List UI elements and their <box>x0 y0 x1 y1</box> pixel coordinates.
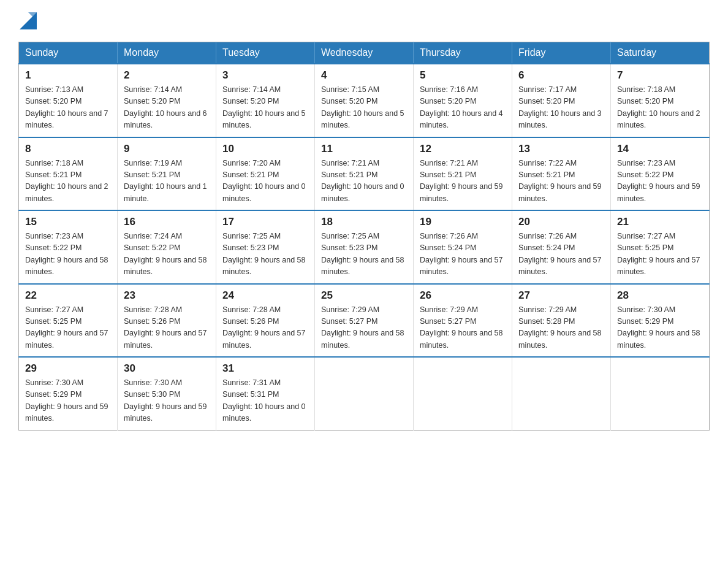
day-number: 12 <box>420 143 506 155</box>
day-info: Sunrise: 7:30 AMSunset: 5:29 PMDaylight:… <box>617 304 703 352</box>
day-info: Sunrise: 7:16 AMSunset: 5:20 PMDaylight:… <box>420 84 506 132</box>
calendar-cell: 10Sunrise: 7:20 AMSunset: 5:21 PMDayligh… <box>216 137 315 211</box>
day-number: 24 <box>222 289 308 302</box>
day-number: 29 <box>25 362 111 375</box>
week-row-2: 8Sunrise: 7:18 AMSunset: 5:21 PMDaylight… <box>19 137 710 211</box>
calendar-cell: 17Sunrise: 7:25 AMSunset: 5:23 PMDayligh… <box>216 210 315 284</box>
day-number: 4 <box>321 69 407 82</box>
day-number: 28 <box>617 289 703 302</box>
calendar-cell: 11Sunrise: 7:21 AMSunset: 5:21 PMDayligh… <box>315 137 414 211</box>
page-header <box>18 12 710 29</box>
calendar-cell: 4Sunrise: 7:15 AMSunset: 5:20 PMDaylight… <box>315 64 414 137</box>
calendar-table: SundayMondayTuesdayWednesdayThursdayFrid… <box>18 42 710 431</box>
day-info: Sunrise: 7:22 AMSunset: 5:21 PMDaylight:… <box>518 158 604 205</box>
calendar-cell: 31Sunrise: 7:31 AMSunset: 5:31 PMDayligh… <box>216 357 315 430</box>
day-info: Sunrise: 7:30 AMSunset: 5:29 PMDaylight:… <box>25 377 111 425</box>
week-row-3: 15Sunrise: 7:23 AMSunset: 5:22 PMDayligh… <box>19 210 710 284</box>
header-monday: Monday <box>118 42 216 64</box>
day-info: Sunrise: 7:25 AMSunset: 5:23 PMDaylight:… <box>321 231 407 278</box>
calendar-cell: 22Sunrise: 7:27 AMSunset: 5:25 PMDayligh… <box>19 284 118 358</box>
day-info: Sunrise: 7:26 AMSunset: 5:24 PMDaylight:… <box>420 231 506 278</box>
logo-icon <box>20 12 37 29</box>
day-info: Sunrise: 7:14 AMSunset: 5:20 PMDaylight:… <box>222 84 308 132</box>
day-info: Sunrise: 7:18 AMSunset: 5:21 PMDaylight:… <box>25 158 111 205</box>
header-sunday: Sunday <box>19 42 118 64</box>
day-number: 22 <box>25 289 111 302</box>
day-info: Sunrise: 7:18 AMSunset: 5:20 PMDaylight:… <box>617 84 703 132</box>
day-number: 13 <box>518 143 604 155</box>
header-tuesday: Tuesday <box>216 42 315 64</box>
day-info: Sunrise: 7:20 AMSunset: 5:21 PMDaylight:… <box>222 158 308 205</box>
day-number: 9 <box>124 143 210 155</box>
day-info: Sunrise: 7:21 AMSunset: 5:21 PMDaylight:… <box>321 158 407 205</box>
day-info: Sunrise: 7:25 AMSunset: 5:23 PMDaylight:… <box>222 231 308 278</box>
header-saturday: Saturday <box>611 42 710 64</box>
calendar-cell: 6Sunrise: 7:17 AMSunset: 5:20 PMDaylight… <box>512 64 611 137</box>
day-number: 19 <box>420 216 506 228</box>
day-info: Sunrise: 7:21 AMSunset: 5:21 PMDaylight:… <box>420 158 506 205</box>
calendar-cell: 1Sunrise: 7:13 AMSunset: 5:20 PMDaylight… <box>19 64 118 137</box>
week-row-4: 22Sunrise: 7:27 AMSunset: 5:25 PMDayligh… <box>19 284 710 358</box>
day-info: Sunrise: 7:23 AMSunset: 5:22 PMDaylight:… <box>25 231 111 278</box>
day-number: 21 <box>617 216 703 228</box>
calendar-cell: 30Sunrise: 7:30 AMSunset: 5:30 PMDayligh… <box>118 357 216 430</box>
week-row-5: 29Sunrise: 7:30 AMSunset: 5:29 PMDayligh… <box>19 357 710 430</box>
day-number: 14 <box>617 143 703 155</box>
calendar-cell: 28Sunrise: 7:30 AMSunset: 5:29 PMDayligh… <box>611 284 710 358</box>
calendar-cell: 19Sunrise: 7:26 AMSunset: 5:24 PMDayligh… <box>414 210 512 284</box>
calendar-cell: 7Sunrise: 7:18 AMSunset: 5:20 PMDaylight… <box>611 64 710 137</box>
calendar-cell <box>512 357 611 430</box>
day-number: 30 <box>124 362 210 375</box>
day-info: Sunrise: 7:26 AMSunset: 5:24 PMDaylight:… <box>518 231 604 278</box>
calendar-cell: 23Sunrise: 7:28 AMSunset: 5:26 PMDayligh… <box>118 284 216 358</box>
week-row-1: 1Sunrise: 7:13 AMSunset: 5:20 PMDaylight… <box>19 64 710 137</box>
header-thursday: Thursday <box>414 42 512 64</box>
calendar-cell: 12Sunrise: 7:21 AMSunset: 5:21 PMDayligh… <box>414 137 512 211</box>
calendar-cell: 26Sunrise: 7:29 AMSunset: 5:27 PMDayligh… <box>414 284 512 358</box>
logo <box>18 12 37 29</box>
day-number: 7 <box>617 69 703 82</box>
day-info: Sunrise: 7:29 AMSunset: 5:28 PMDaylight:… <box>518 304 604 352</box>
day-number: 10 <box>222 143 308 155</box>
day-info: Sunrise: 7:29 AMSunset: 5:27 PMDaylight:… <box>420 304 506 352</box>
day-number: 31 <box>222 362 308 375</box>
calendar-header-row: SundayMondayTuesdayWednesdayThursdayFrid… <box>19 42 710 64</box>
day-number: 1 <box>25 69 111 82</box>
day-number: 23 <box>124 289 210 302</box>
day-info: Sunrise: 7:23 AMSunset: 5:22 PMDaylight:… <box>617 158 703 205</box>
calendar-cell: 16Sunrise: 7:24 AMSunset: 5:22 PMDayligh… <box>118 210 216 284</box>
calendar-cell: 27Sunrise: 7:29 AMSunset: 5:28 PMDayligh… <box>512 284 611 358</box>
calendar-cell: 24Sunrise: 7:28 AMSunset: 5:26 PMDayligh… <box>216 284 315 358</box>
day-info: Sunrise: 7:13 AMSunset: 5:20 PMDaylight:… <box>25 84 111 132</box>
header-wednesday: Wednesday <box>315 42 414 64</box>
day-info: Sunrise: 7:30 AMSunset: 5:30 PMDaylight:… <box>124 377 210 425</box>
day-info: Sunrise: 7:28 AMSunset: 5:26 PMDaylight:… <box>222 304 308 352</box>
calendar-cell: 3Sunrise: 7:14 AMSunset: 5:20 PMDaylight… <box>216 64 315 137</box>
calendar-cell: 18Sunrise: 7:25 AMSunset: 5:23 PMDayligh… <box>315 210 414 284</box>
calendar-cell <box>315 357 414 430</box>
calendar-cell <box>414 357 512 430</box>
day-number: 2 <box>124 69 210 82</box>
day-number: 26 <box>420 289 506 302</box>
day-number: 20 <box>518 216 604 228</box>
calendar-cell: 14Sunrise: 7:23 AMSunset: 5:22 PMDayligh… <box>611 137 710 211</box>
calendar-cell: 29Sunrise: 7:30 AMSunset: 5:29 PMDayligh… <box>19 357 118 430</box>
day-number: 6 <box>518 69 604 82</box>
calendar-cell: 2Sunrise: 7:14 AMSunset: 5:20 PMDaylight… <box>118 64 216 137</box>
day-number: 25 <box>321 289 407 302</box>
calendar-cell: 9Sunrise: 7:19 AMSunset: 5:21 PMDaylight… <box>118 137 216 211</box>
day-info: Sunrise: 7:28 AMSunset: 5:26 PMDaylight:… <box>124 304 210 352</box>
day-number: 3 <box>222 69 308 82</box>
day-info: Sunrise: 7:15 AMSunset: 5:20 PMDaylight:… <box>321 84 407 132</box>
day-number: 17 <box>222 216 308 228</box>
day-info: Sunrise: 7:27 AMSunset: 5:25 PMDaylight:… <box>617 231 703 278</box>
day-number: 11 <box>321 143 407 155</box>
calendar-cell: 8Sunrise: 7:18 AMSunset: 5:21 PMDaylight… <box>19 137 118 211</box>
day-number: 15 <box>25 216 111 228</box>
day-info: Sunrise: 7:17 AMSunset: 5:20 PMDaylight:… <box>518 84 604 132</box>
day-number: 27 <box>518 289 604 302</box>
day-info: Sunrise: 7:24 AMSunset: 5:22 PMDaylight:… <box>124 231 210 278</box>
day-number: 5 <box>420 69 506 82</box>
day-info: Sunrise: 7:14 AMSunset: 5:20 PMDaylight:… <box>124 84 210 132</box>
calendar-cell <box>611 357 710 430</box>
